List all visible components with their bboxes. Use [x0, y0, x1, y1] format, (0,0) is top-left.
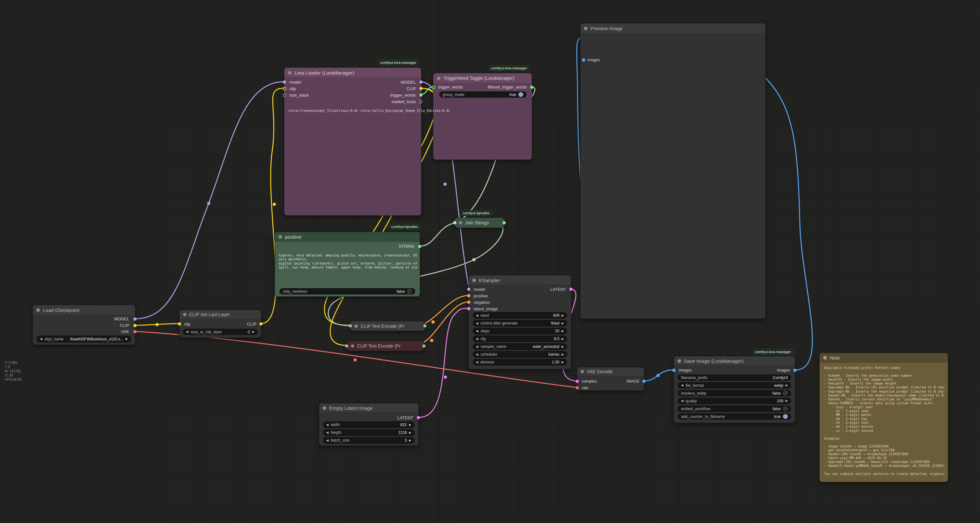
collapse-dot-icon[interactable]	[678, 359, 681, 363]
node-join-strings[interactable]: Join Strings	[454, 217, 505, 228]
next-arrow-icon[interactable]: ▶	[562, 338, 564, 341]
node-titlebar[interactable]: Empty Latent Image	[319, 403, 418, 413]
prev-arrow-icon[interactable]: ◀	[476, 353, 478, 356]
collapse-dot-icon[interactable]	[351, 344, 354, 347]
collapse-dot-icon[interactable]	[823, 356, 827, 360]
next-arrow-icon[interactable]: ▶	[126, 338, 128, 341]
collapsed-input-port[interactable]	[348, 324, 352, 328]
next-arrow-icon[interactable]: ▶	[786, 384, 788, 387]
filename-prefix-widget[interactable]: filename_prefix ComfyUI	[678, 374, 791, 381]
next-arrow-icon[interactable]: ▶	[409, 439, 411, 442]
collapsed-input-port[interactable]	[453, 221, 457, 224]
prev-arrow-icon[interactable]: ◀	[476, 345, 478, 348]
embed-workflow-toggle-widget[interactable]: embed_workflow false	[678, 406, 791, 412]
toggle-knob-on[interactable]	[783, 414, 788, 419]
cfg-widget[interactable]: ◀cfg 8.0▶	[473, 336, 567, 342]
prev-arrow-icon[interactable]: ◀	[326, 423, 329, 426]
node-clip-text-encode-positive[interactable]: CLIP Text Encode (Pr	[350, 321, 426, 331]
trigger-words-output-port[interactable]	[419, 94, 423, 97]
clip-input-port[interactable]	[178, 322, 181, 325]
vae-input-port[interactable]	[576, 386, 579, 390]
collapse-dot-icon[interactable]	[37, 308, 40, 312]
node-ksampler[interactable]: KSampler model positive negative latent_…	[468, 275, 571, 369]
batch-size-widget[interactable]: ◀batch_size 3▶	[323, 437, 415, 444]
prev-arrow-icon[interactable]: ◀	[186, 330, 188, 333]
node-load-checkpoint[interactable]: Load Checkpoint MODEL CLIP VAE ◀ ckpt_na…	[32, 305, 135, 345]
node-empty-latent-image[interactable]: Empty Latent Image LATENT ◀width 832▶ ◀h…	[319, 403, 419, 446]
negative-input-port[interactable]	[467, 301, 470, 304]
next-arrow-icon[interactable]: ▶	[562, 314, 564, 317]
file-format-widget[interactable]: ◀file_format webp▶	[678, 382, 791, 388]
collapsed-output-port[interactable]	[503, 221, 506, 224]
node-titlebar[interactable]: Save Image (LoraManager)	[674, 357, 795, 366]
latent-output-port[interactable]	[570, 288, 573, 291]
collapse-dot-icon[interactable]	[437, 76, 441, 80]
group-mode-toggle-widget[interactable]: group_mode true	[439, 92, 527, 98]
collapsed-output-port[interactable]	[422, 344, 426, 347]
strip-newlines-toggle-widget[interactable]: strip_newlines false	[280, 288, 415, 295]
prev-arrow-icon[interactable]: ◀	[326, 431, 329, 434]
model-output-port[interactable]	[134, 317, 137, 321]
samples-input-port[interactable]	[576, 380, 579, 383]
height-widget[interactable]: ◀height 1216▶	[323, 429, 415, 436]
toggle-knob-off[interactable]	[783, 406, 788, 411]
scheduler-widget[interactable]: ◀scheduler karras▶	[473, 351, 567, 358]
node-triggerword-toggle[interactable]: TriggerWord Toggle (LoraManager) trigger…	[433, 73, 532, 160]
ckpt-name-widget[interactable]: ◀ ckpt_name il\waiNSFWIllustrious_v110.s…	[37, 336, 131, 342]
vae-output-port[interactable]	[134, 330, 137, 333]
lora-stack-input-port[interactable]	[283, 94, 286, 97]
prev-arrow-icon[interactable]: ◀	[476, 314, 478, 317]
node-lora-loader[interactable]: Lora Loader (LoraManager) model clip lor…	[284, 67, 422, 216]
image-output-port[interactable]	[643, 380, 646, 383]
add-counter-toggle-widget[interactable]: add_counter_to_filename true	[678, 414, 791, 420]
clip-output-port[interactable]	[134, 324, 137, 327]
loras-text-widget[interactable]: <lora:CreateConcept_Illustrious:0.8> <lo…	[288, 109, 450, 113]
collapse-dot-icon[interactable]	[278, 235, 282, 239]
node-titlebar[interactable]: Preview Image	[581, 23, 765, 33]
prev-arrow-icon[interactable]: ◀	[476, 338, 478, 341]
filtered-trigger-words-output-port[interactable]	[530, 86, 533, 89]
denoise-widget[interactable]: ◀denoise 1.00▶	[473, 359, 567, 365]
images-output-port[interactable]	[793, 369, 797, 372]
collapse-dot-icon[interactable]	[288, 71, 291, 74]
clip-input-port[interactable]	[283, 87, 286, 90]
next-arrow-icon[interactable]: ▶	[252, 330, 255, 333]
collapse-dot-icon[interactable]	[584, 27, 587, 30]
control-after-generate-widget[interactable]: ◀control after generate fixed▶	[473, 320, 567, 326]
node-save-image[interactable]: Save Image (LoraManager) images images f…	[674, 356, 795, 423]
collapse-dot-icon[interactable]	[355, 325, 358, 328]
toggle-knob-off[interactable]	[783, 391, 788, 396]
collapse-dot-icon[interactable]	[472, 279, 476, 282]
lossless-webp-toggle-widget[interactable]: lossless_webp false	[678, 390, 791, 396]
node-graph-canvas[interactable]: T: 0.00s I: 0 N: 14 [14] V: 28 FPS:58.82…	[0, 0, 980, 523]
node-titlebar[interactable]: TriggerWord Toggle (LoraManager)	[433, 73, 532, 83]
collapsed-output-port[interactable]	[423, 324, 426, 328]
collapsed-input-port[interactable]	[345, 344, 348, 347]
width-widget[interactable]: ◀width 832▶	[323, 422, 415, 428]
node-titlebar[interactable]: Note	[819, 353, 948, 363]
next-arrow-icon[interactable]: ▶	[562, 353, 564, 356]
loaded-loras-output-port[interactable]	[419, 100, 423, 103]
toggle-knob-on[interactable]	[519, 92, 523, 97]
string-output-port[interactable]	[418, 245, 422, 248]
next-arrow-icon[interactable]: ▶	[562, 345, 564, 348]
sampler-name-widget[interactable]: ◀sampler_name euler_ancestral▶	[473, 343, 567, 350]
node-titlebar[interactable]: positive	[275, 232, 420, 242]
prev-arrow-icon[interactable]: ◀	[326, 439, 329, 442]
clip-output-port[interactable]	[419, 87, 423, 90]
quality-widget[interactable]: ◀quality 100▶	[678, 398, 791, 404]
prompt-textarea[interactable]: highres, very detailed, amazing quality,…	[278, 254, 417, 286]
node-vae-decode[interactable]: VAE Decode samples vae IMAGE	[577, 367, 644, 391]
model-input-port[interactable]	[467, 288, 470, 291]
node-titlebar[interactable]: Lora Loader (LoraManager)	[284, 68, 421, 78]
prev-arrow-icon[interactable]: ◀	[681, 399, 683, 403]
collapse-dot-icon[interactable]	[183, 313, 186, 316]
next-arrow-icon[interactable]: ▶	[562, 361, 564, 364]
collapse-dot-icon[interactable]	[323, 406, 326, 410]
trigger-words-input-port[interactable]	[432, 86, 435, 89]
next-arrow-icon[interactable]: ▶	[562, 322, 564, 325]
next-arrow-icon[interactable]: ▶	[786, 399, 788, 403]
images-input-port[interactable]	[582, 59, 585, 62]
node-titlebar[interactable]: CLIP Set Last Layer	[180, 310, 261, 319]
node-clip-set-last-layer[interactable]: CLIP Set Last Layer clip CLIP ◀ stop_at_…	[179, 310, 261, 338]
